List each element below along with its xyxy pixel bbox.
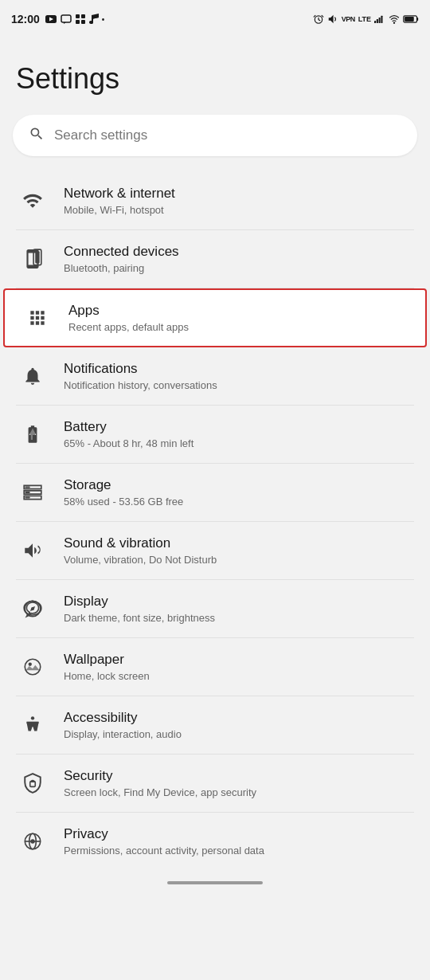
accessibility-icon [16, 708, 49, 742]
svg-rect-19 [25, 486, 30, 488]
privacy-icon [16, 825, 49, 858]
settings-item-subtitle-privacy: Permissions, account activity, personal … [64, 845, 414, 858]
signal-icon [374, 14, 385, 25]
scroll-indicator [0, 873, 430, 892]
svg-rect-18 [30, 427, 36, 439]
settings-item-title-apps: Apps [68, 302, 409, 319]
settings-item-subtitle-display: Dark theme, font size, brightness [64, 612, 414, 625]
svg-rect-4 [81, 14, 85, 18]
status-right: VPN LTE [313, 14, 419, 25]
page-title-area: Settings [0, 38, 430, 108]
svg-rect-3 [76, 14, 80, 18]
settings-item-title-sound: Sound & vibration [64, 535, 414, 552]
scroll-bar [167, 881, 263, 884]
search-container: Search settings [0, 108, 430, 169]
page-title: Settings [16, 62, 414, 96]
svg-rect-9 [377, 19, 378, 23]
vpn-indicator: VPN [342, 15, 355, 23]
bell-icon [16, 359, 49, 393]
display-icon [16, 592, 49, 625]
settings-item-apps[interactable]: Apps Recent apps, default apps [3, 288, 427, 347]
search-placeholder-text: Search settings [54, 127, 401, 143]
settings-item-subtitle-security: Screen lock, Find My Device, app securit… [64, 786, 414, 800]
devices-icon [16, 242, 49, 276]
sound-icon [16, 534, 49, 567]
settings-item-text-display: Display Dark theme, font size, brightnes… [64, 593, 414, 625]
settings-item-text-privacy: Privacy Permissions, account activity, p… [64, 825, 414, 858]
svg-rect-8 [374, 21, 376, 23]
settings-item-text-accessibility: Accessibility Display, interaction, audi… [64, 709, 414, 742]
settings-item-notifications[interactable]: Notifications Notification history, conv… [0, 347, 430, 405]
settings-item-subtitle-connected: Bluetooth, pairing [64, 262, 414, 276]
svg-rect-20 [25, 492, 30, 493]
security-icon [16, 766, 49, 800]
settings-item-text-battery: Battery 65% - About 8 hr, 48 min left [64, 418, 414, 451]
svg-point-26 [31, 716, 34, 719]
status-left: 12:00 • [11, 13, 104, 25]
alarm-icon [313, 14, 324, 25]
status-time: 12:00 [11, 13, 40, 25]
settings-item-connected[interactable]: Connected devices Bluetooth, pairing [0, 230, 430, 288]
status-bar: 12:00 • [0, 0, 430, 38]
sound-status-icon [327, 14, 338, 25]
svg-point-24 [25, 659, 41, 675]
settings-item-text-notifications: Notifications Notification history, conv… [64, 360, 414, 393]
svg-point-23 [31, 607, 33, 610]
wallpaper-icon [16, 650, 49, 684]
settings-item-subtitle-apps: Recent apps, default apps [68, 321, 409, 335]
settings-item-privacy[interactable]: Privacy Permissions, account activity, p… [0, 813, 430, 870]
settings-item-storage[interactable]: Storage 58% used - 53.56 GB free [0, 464, 430, 521]
settings-item-title-battery: Battery [64, 418, 414, 436]
msg-icon [61, 14, 72, 24]
svg-rect-11 [381, 16, 382, 23]
grid-icon [75, 14, 86, 25]
svg-rect-15 [405, 17, 414, 22]
settings-item-title-security: Security [64, 767, 414, 785]
svg-rect-21 [25, 496, 30, 498]
settings-item-title-storage: Storage [64, 476, 414, 494]
lte-indicator: LTE [358, 15, 371, 23]
svg-point-33 [30, 839, 34, 843]
settings-item-title-wallpaper: Wallpaper [64, 651, 414, 668]
settings-item-wallpaper[interactable]: Wallpaper Home, lock screen [0, 638, 430, 696]
search-bar[interactable]: Search settings [13, 115, 417, 156]
status-icons-left: • [45, 14, 105, 25]
settings-item-subtitle-storage: 58% used - 53.56 GB free [64, 496, 414, 509]
settings-item-display[interactable]: Display Dark theme, font size, brightnes… [0, 580, 430, 637]
settings-item-subtitle-wallpaper: Home, lock screen [64, 670, 414, 684]
svg-rect-16 [35, 251, 39, 263]
settings-item-title-connected: Connected devices [64, 243, 414, 261]
settings-item-text-wallpaper: Wallpaper Home, lock screen [64, 651, 414, 684]
svg-rect-14 [417, 18, 419, 21]
svg-rect-2 [61, 15, 71, 22]
settings-item-text-sound: Sound & vibration Volume, vibration, Do … [64, 535, 414, 567]
settings-item-subtitle-accessibility: Display, interaction, audio [64, 728, 414, 742]
settings-item-title-privacy: Privacy [64, 825, 414, 843]
settings-item-title-display: Display [64, 593, 414, 610]
music-icon [89, 14, 99, 25]
settings-item-text-network: Network & internet Mobile, Wi-Fi, hotspo… [64, 185, 414, 218]
settings-item-subtitle-sound: Volume, vibration, Do Not Disturb [64, 554, 414, 567]
settings-item-accessibility[interactable]: Accessibility Display, interaction, audi… [0, 696, 430, 754]
search-icon [29, 126, 45, 146]
apps-icon [21, 301, 54, 335]
settings-item-subtitle-battery: 65% - About 8 hr, 48 min left [64, 437, 414, 451]
settings-item-text-storage: Storage 58% used - 53.56 GB free [64, 476, 414, 509]
storage-icon [16, 476, 49, 509]
settings-item-text-security: Security Screen lock, Find My Device, ap… [64, 767, 414, 800]
svg-rect-6 [81, 20, 85, 24]
settings-item-security[interactable]: Security Screen lock, Find My Device, ap… [0, 755, 430, 812]
svg-point-25 [29, 663, 32, 666]
settings-item-network[interactable]: Network & internet Mobile, Wi-Fi, hotspo… [0, 172, 430, 229]
settings-item-text-connected: Connected devices Bluetooth, pairing [64, 243, 414, 276]
battery-status-icon [403, 14, 419, 24]
settings-item-battery[interactable]: Battery 65% - About 8 hr, 48 min left [0, 406, 430, 463]
dot-icon: • [102, 15, 105, 24]
settings-item-sound[interactable]: Sound & vibration Volume, vibration, Do … [0, 522, 430, 579]
settings-item-title-network: Network & internet [64, 185, 414, 202]
battery-icon [16, 417, 49, 451]
settings-item-subtitle-network: Mobile, Wi-Fi, hotspot [64, 204, 414, 218]
settings-item-title-accessibility: Accessibility [64, 709, 414, 727]
settings-item-title-notifications: Notifications [64, 360, 414, 378]
settings-list: Network & internet Mobile, Wi-Fi, hotspo… [0, 169, 430, 873]
